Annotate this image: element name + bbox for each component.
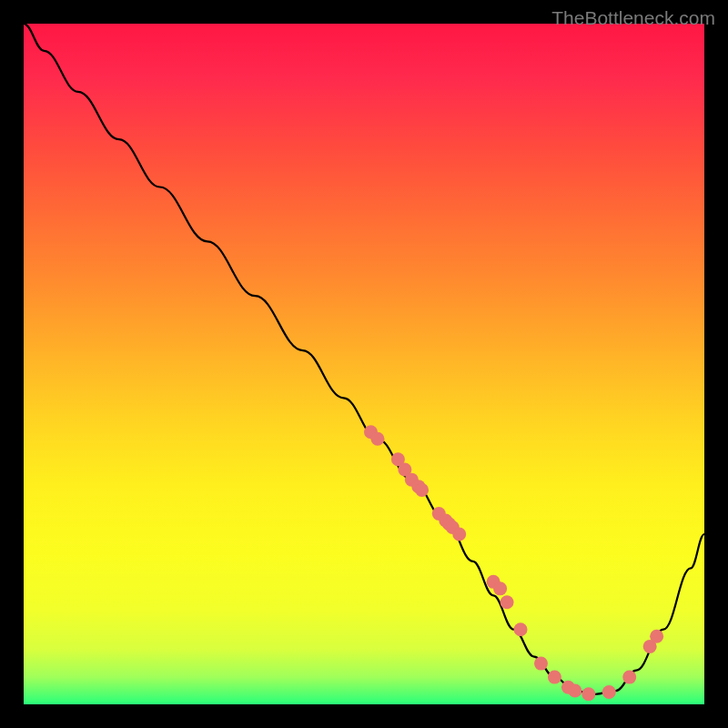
data-point [650, 630, 663, 643]
data-point [415, 483, 429, 497]
data-points [24, 24, 704, 704]
data-point [452, 528, 466, 541]
data-point [622, 671, 636, 684]
chart-container [24, 24, 704, 704]
data-point [568, 684, 581, 698]
data-point [500, 595, 514, 609]
data-point [602, 685, 616, 699]
data-point [514, 622, 528, 636]
watermark-text: TheBottleneck.com [551, 7, 715, 29]
data-point [534, 657, 548, 671]
data-point [581, 687, 595, 701]
data-point [370, 432, 384, 446]
data-point [548, 671, 561, 684]
data-point [493, 581, 507, 595]
